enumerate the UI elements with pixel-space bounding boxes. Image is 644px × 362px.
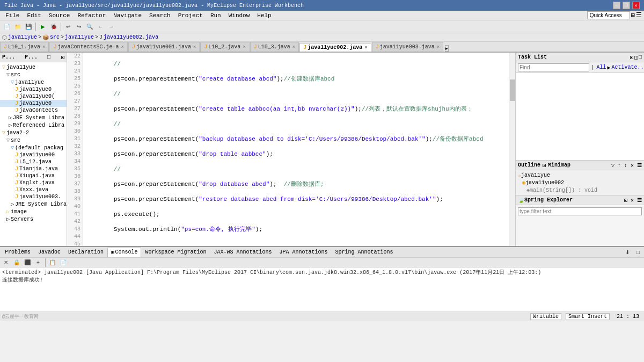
smart-insert-status[interactable]: Smart Insert bbox=[566, 313, 610, 320]
tree-java11yue003[interactable]: J java11yue003. bbox=[0, 193, 67, 200]
tab-workspace-migration[interactable]: Workspace Migration bbox=[141, 248, 210, 257]
forward-button[interactable]: → bbox=[106, 22, 116, 32]
tab-l10-1[interactable]: JL10_1.java × bbox=[0, 42, 49, 52]
tree-image[interactable]: ▷ image bbox=[0, 208, 67, 215]
tab-close-java11yue002[interactable]: × bbox=[364, 45, 367, 50]
tab-problems[interactable]: Problems bbox=[1, 248, 34, 257]
save-button[interactable]: 💾 bbox=[24, 22, 33, 32]
quick-access-input[interactable] bbox=[587, 11, 630, 19]
tree-default-pkg[interactable]: ▽ (default packag bbox=[0, 144, 67, 151]
new-button[interactable]: 📄 bbox=[2, 22, 12, 32]
code-editor[interactable]: 2223242525 2627272829 3031323334 3536373… bbox=[67, 53, 515, 246]
task-all-label[interactable]: All bbox=[596, 64, 606, 70]
console-new-btn[interactable]: + bbox=[33, 258, 43, 267]
menu-window[interactable]: Window bbox=[225, 12, 253, 19]
tab-close-javacontects[interactable]: × bbox=[121, 45, 123, 50]
tree-servers[interactable]: ▷ Servers bbox=[0, 215, 67, 223]
maximize-button[interactable]: □ bbox=[623, 2, 630, 9]
tab-declaration[interactable]: Declaration bbox=[64, 248, 107, 257]
tab-l10-3[interactable]: JL10_3.java × bbox=[250, 42, 299, 52]
menu-edit[interactable]: Edit bbox=[24, 12, 44, 19]
package-explorer-header: P... P... □ ⊡ bbox=[0, 53, 67, 62]
run-button[interactable]: ▶ bbox=[38, 22, 48, 32]
tab-javadoc[interactable]: Javadoc bbox=[34, 248, 64, 257]
tree-xiugai[interactable]: J Xiugai.java bbox=[0, 172, 67, 179]
outline-main[interactable]: ◈ main(String[]) : void bbox=[518, 186, 642, 194]
bottom-maximize-btn[interactable]: □ bbox=[633, 248, 643, 257]
tree-jre-system[interactable]: ▷ JRE System Libra bbox=[0, 114, 67, 121]
outline-method-label: main(String[]) : void bbox=[530, 187, 597, 193]
tab-java11yue001[interactable]: Jjava11yue001.java × bbox=[128, 42, 200, 52]
menu-run[interactable]: Run bbox=[207, 12, 224, 19]
tree-java11yue-project[interactable]: ▽ java11yue bbox=[0, 63, 67, 71]
console-scroll-lock-btn[interactable]: 🔒 bbox=[12, 258, 21, 267]
task-ctrl-2[interactable]: ◫ bbox=[634, 54, 638, 61]
breadcrumb-part1[interactable]: java11yue bbox=[8, 34, 37, 40]
tab-l10-2[interactable]: JL10_2.java × bbox=[200, 42, 249, 52]
tree-src[interactable]: ▽ src bbox=[0, 71, 67, 78]
task-ctrl-3[interactable]: □ bbox=[639, 54, 642, 61]
tab-close-l10-3[interactable]: × bbox=[292, 45, 295, 50]
console-terminate-btn[interactable]: ⬛ bbox=[23, 258, 32, 267]
console-copy-btn[interactable]: 📋 bbox=[48, 258, 57, 267]
redo-button[interactable]: ↪ bbox=[74, 22, 84, 32]
outline-java11yue[interactable]: ☕ java11yue bbox=[518, 171, 642, 179]
tree-java11yue0-2[interactable]: J java11yue0( bbox=[0, 93, 67, 100]
task-find-input[interactable] bbox=[518, 63, 589, 71]
tree-src2[interactable]: ▽ src bbox=[0, 136, 67, 144]
menu-search[interactable]: Search bbox=[146, 12, 174, 19]
tab-console[interactable]: ▣Console bbox=[107, 248, 141, 257]
menu-project[interactable]: Project bbox=[175, 12, 206, 19]
tree-xsglxt[interactable]: J Xsglxt.java bbox=[0, 179, 67, 186]
vertical-scrollbar[interactable] bbox=[509, 53, 515, 246]
breadcrumb: ⬡ java11yue > 📦 src > java11yue > J java… bbox=[0, 33, 644, 42]
tab-java11yue002[interactable]: Jjava11yue002.java × bbox=[299, 43, 371, 53]
spring-filter-input[interactable] bbox=[518, 207, 642, 215]
undo-button[interactable]: ↩ bbox=[63, 22, 73, 32]
breadcrumb-part2[interactable]: src bbox=[50, 34, 60, 40]
tab-java11yue003[interactable]: Jjava11yue003.java × bbox=[372, 42, 443, 52]
menu-file[interactable]: File bbox=[2, 12, 23, 19]
tab-javacontects[interactable]: JjavaContectsSC.je-a × bbox=[49, 42, 127, 52]
minimize-button[interactable]: ─ bbox=[613, 2, 620, 9]
console-paste-btn[interactable]: 📄 bbox=[58, 258, 68, 267]
task-ctrl-1[interactable]: ⊡ bbox=[630, 54, 633, 61]
search-tb-button[interactable]: 🔍 bbox=[85, 22, 94, 32]
tree-tianjia[interactable]: J Tianjia.java bbox=[0, 165, 67, 172]
console-clear-btn[interactable]: ✕ bbox=[1, 258, 11, 267]
bottom-minimize-btn[interactable]: ⬇ bbox=[623, 248, 632, 257]
tab-close-l10-2[interactable]: × bbox=[243, 45, 245, 50]
tab-close-java11yue003[interactable]: × bbox=[437, 45, 440, 50]
tab-spring-annotations[interactable]: Spring Annotations bbox=[332, 248, 397, 257]
outline-java11yue002[interactable]: ◉ java11yue002 bbox=[518, 179, 642, 186]
menu-source[interactable]: Source bbox=[46, 12, 74, 19]
writable-status[interactable]: Writable bbox=[530, 313, 561, 320]
scrollbar-thumb[interactable] bbox=[510, 79, 515, 101]
tab-jpa[interactable]: JPA Annotations bbox=[276, 248, 332, 257]
tab-close-java11yue001[interactable]: × bbox=[193, 45, 196, 50]
tree-package-java11yue[interactable]: ▽ java11yue bbox=[0, 78, 67, 86]
tab-scroll-button[interactable]: ▸ bbox=[445, 45, 449, 52]
task-activate-label[interactable]: Activate... bbox=[611, 64, 644, 70]
code-lines[interactable]: // ps=con.prepareStatement("create datab… bbox=[83, 53, 515, 246]
tab-jax-ws[interactable]: JAX-WS Annotations bbox=[210, 248, 276, 257]
tab-close-l10-1[interactable]: × bbox=[42, 45, 45, 50]
tree-java11yue0-3[interactable]: J java11yue0 bbox=[0, 100, 67, 107]
tree-l5-12[interactable]: J L5_12.java bbox=[0, 158, 67, 165]
close-button[interactable]: ✕ bbox=[632, 2, 640, 9]
breadcrumb-part4[interactable]: java11yue002.java bbox=[104, 34, 158, 40]
back-button[interactable]: ← bbox=[96, 22, 105, 32]
breadcrumb-part3[interactable]: java11yue bbox=[65, 34, 94, 40]
tree-jre2[interactable]: ▷ JRE System Libra bbox=[0, 200, 67, 208]
menu-navigate[interactable]: Navigate bbox=[110, 12, 145, 19]
debug-button[interactable]: 🐞 bbox=[49, 22, 58, 32]
tree-referenced[interactable]: ▷ Referenced Libra bbox=[0, 121, 67, 129]
open-button[interactable]: 📁 bbox=[13, 22, 23, 32]
tree-javacontects[interactable]: J javaContects bbox=[0, 107, 67, 114]
menu-refactor[interactable]: Refactor bbox=[74, 12, 109, 19]
tree-xsxx[interactable]: J Xsxx.java bbox=[0, 186, 67, 193]
tree-java11yue00[interactable]: J java11yue00 bbox=[0, 151, 67, 158]
tree-java2-2[interactable]: ▽ java2-2 bbox=[0, 129, 67, 136]
tree-java11yue0-1[interactable]: J java11yue0 bbox=[0, 86, 67, 93]
menu-help[interactable]: Help bbox=[254, 12, 274, 19]
